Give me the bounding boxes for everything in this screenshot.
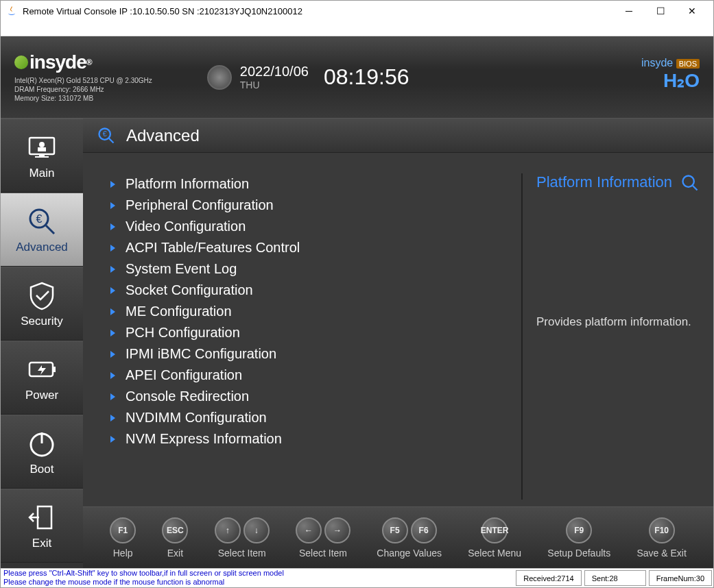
sidebar-boot[interactable]: Boot [1,415,83,489]
svg-rect-12 [38,506,51,528]
footer-change-values: F5F6Change Values [377,517,442,559]
key-ESC[interactable]: ESC [162,517,188,543]
sidebar-boot-label: Boot [30,463,54,476]
arrow-right-icon [110,181,115,188]
menu-item-label: ME Configuration [126,304,232,319]
menu-item-label: Platform Information [126,176,249,192]
svg-point-1 [39,142,45,147]
menu-item-8[interactable]: IPMI iBMC Configuration [110,343,508,365]
svg-line-14 [109,138,114,143]
menu-item-3[interactable]: ACPI Table/Features Control [110,237,508,258]
arrow-right-icon [110,266,115,273]
minimize-button[interactable]: ─ [613,1,645,21]
arrow-right-icon [110,202,115,209]
sidebar-main[interactable]: Main [1,119,83,193]
sidebar-boot-icon [25,427,58,460]
footer-select-item-lr-label: Select Item [299,548,347,559]
menu-item-label: Console Redirection [126,389,249,404]
menu-item-label: Socket Configuration [126,282,253,298]
sidebar-advanced-icon: € [25,205,58,238]
menu-item-label: PCH Configuration [126,325,240,341]
menu-item-10[interactable]: Console Redirection [110,386,508,407]
help-magnifier-icon [680,173,700,193]
footer-save-exit-label: Save & Exit [636,548,686,559]
sidebar-main-label: Main [29,167,55,180]
menu-item-label: NVDIMM Configuration [126,410,267,426]
footer-select-item-ud-label: Select Item [218,548,266,559]
sidebar-exit-label: Exit [32,537,51,550]
sidebar-main-icon [25,131,58,164]
h2o-logo: H₂O [641,69,700,92]
statusbar: Please press "Ctrl-Alt-Shift" key to sho… [1,568,713,587]
key-→[interactable]: → [324,517,350,543]
sidebar-exit[interactable]: Exit [1,489,83,563]
arrow-right-icon [110,415,115,421]
sidebar: Main€AdvancedSecurityPowerBootExit [1,119,83,568]
sidebar-security[interactable]: Security [1,267,83,341]
menu-item-7[interactable]: PCH Configuration [110,322,508,343]
arrow-right-icon [110,372,115,379]
menu-item-9[interactable]: APEI Configuration [110,365,508,386]
svg-rect-3 [39,154,45,156]
footer-bar: F1HelpESCExit↑↓Select Item←→Select ItemF… [83,506,713,568]
footer-select-item-lr: ←→Select Item [296,517,350,559]
svg-text:€: € [36,213,43,225]
svg-rect-2 [38,147,46,151]
window-title: Remote Virtual Console IP :10.10.50.50 S… [23,6,613,16]
logo-block: insyde® Intel(R) Xeon(R) Gold 5218 CPU @… [14,51,152,103]
menu-item-2[interactable]: Video Configuration [110,216,508,237]
close-button[interactable]: ✕ [676,1,708,21]
footer-exit-label: Exit [167,548,183,559]
key-F5[interactable]: F5 [382,517,408,543]
arrow-right-icon [110,308,115,315]
key-F9[interactable]: F9 [566,517,592,543]
footer-save-exit: F10Save & Exit [636,517,686,559]
menu-item-1[interactable]: Peripheral Configuration [110,195,508,216]
arrow-right-icon [110,223,115,230]
maximize-button[interactable]: ☐ [645,1,676,21]
status-received: Received:2714 [516,570,581,586]
key-F10[interactable]: F10 [649,517,675,543]
time-text: 08:19:56 [324,64,409,90]
key-↑[interactable]: ↑ [215,517,241,543]
svg-text:€: € [103,130,107,138]
sidebar-power[interactable]: Power [1,341,83,415]
status-framenum: FrameNum:30 [649,570,712,586]
svg-line-17 [693,186,698,191]
menu-item-6[interactable]: ME Configuration [110,301,508,322]
key-←[interactable]: ← [296,517,322,543]
brand-right: insyde BIOS H₂O [641,57,700,92]
sidebar-advanced[interactable]: €Advanced [1,193,83,267]
panel-title: Advanced [126,126,200,145]
dram-info: DRAM Frequency: 2666 MHz [14,85,152,94]
key-↓[interactable]: ↓ [243,517,270,543]
advanced-icon: € [97,126,116,145]
java-icon [6,5,17,16]
app-window: Remote Virtual Console IP :10.10.50.50 S… [0,0,714,588]
menu-item-11[interactable]: NVDIMM Configuration [110,407,508,428]
menu-item-4[interactable]: System Event Log [110,258,508,280]
svg-rect-4 [35,156,49,158]
footer-help: F1Help [110,517,136,559]
footer-change-values-label: Change Values [377,548,442,559]
key-ENTER[interactable]: ENTER [481,517,508,543]
footer-setup-defaults-label: Setup Defaults [547,548,610,559]
menu-item-0[interactable]: Platform Information [110,173,508,195]
footer-select-menu: ENTERSelect Menu [468,517,521,559]
menu-item-label: Video Configuration [126,219,246,234]
sidebar-exit-icon [25,501,58,534]
menu-item-label: System Event Log [126,261,237,277]
menu-list: Platform InformationPeripheral Configura… [110,173,508,500]
day-text: THU [240,79,309,90]
panel-title-row: € Advanced [83,119,713,153]
menu-item-5[interactable]: Socket Configuration [110,280,508,301]
memory-info: Memory Size: 131072 MB [14,94,152,103]
footer-exit: ESCExit [162,517,188,559]
key-F6[interactable]: F6 [411,517,437,543]
menu-item-label: ACPI Table/Features Control [126,240,300,256]
svg-point-16 [683,176,694,187]
sidebar-security-label: Security [21,315,62,328]
menu-item-12[interactable]: NVM Express Information [110,428,508,450]
help-description: Provides platform information. [536,315,700,330]
key-F1[interactable]: F1 [110,517,136,543]
